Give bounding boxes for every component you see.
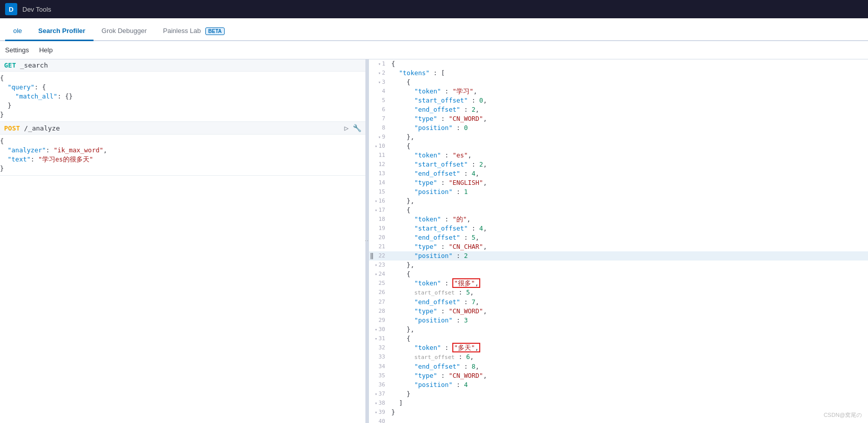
result-line: 35 "type" : "CN_WORD",: [369, 371, 868, 380]
result-line: 20 "end_offset" : 5,: [369, 233, 868, 242]
secondary-nav: Settings Help: [0, 41, 868, 59]
result-line: 4 "token" : "学习",: [369, 87, 868, 96]
url-path-2: /_analyze: [24, 124, 59, 132]
tab-painless-lab[interactable]: Painless Lab BETA: [155, 22, 233, 41]
result-line: 40: [369, 417, 868, 423]
result-line: 14 "type" : "ENGLISH",: [369, 178, 868, 187]
result-line: ▾3 {: [369, 78, 868, 87]
code-line: "query": {: [0, 83, 365, 92]
result-line: 12 "start_offset" : 2,: [369, 160, 868, 169]
tab-grok-debugger[interactable]: Grok Debugger: [94, 22, 155, 41]
left-panel: GET _search { "query": { "match_all": {}…: [0, 59, 366, 423]
result-line: ▾2 "tokens" : [: [369, 69, 868, 78]
result-line-red-box-1: 25 "token" : "很多",: [369, 279, 868, 288]
code-line: }: [0, 110, 365, 119]
result-line: ▾23 },: [369, 261, 868, 270]
result-area[interactable]: ▾1 { ▾2 "tokens" : [ ▾3 { 4 "token" : "学…: [369, 59, 868, 423]
result-line: ▾17 {: [369, 206, 868, 215]
main-content: GET _search { "query": { "match_all": {}…: [0, 59, 868, 423]
result-line: ▾31 {: [369, 334, 868, 343]
result-line: 11 "token" : "es",: [369, 151, 868, 160]
result-line: 15 "position" : 1: [369, 187, 868, 197]
code-line: {: [0, 137, 365, 146]
result-line: ▾37 }: [369, 389, 868, 399]
top-bar: D Dev Tools: [0, 0, 868, 18]
app-icon: D: [5, 3, 17, 15]
result-line: ▾10 {: [369, 142, 868, 151]
result-line: 34 "end_offset" : 8,: [369, 362, 868, 371]
result-line: ▾38 ]: [369, 399, 868, 408]
result-line: 19 "start_offset" : 4,: [369, 224, 868, 233]
editor-header-1: GET _search: [0, 59, 365, 72]
result-line: 7 "type" : "CN_WORD",: [369, 114, 868, 123]
url-path-1: _search: [20, 61, 48, 69]
result-line: ▾16 },: [369, 197, 868, 206]
right-panel: ▾1 { ▾2 "tokens" : [ ▾3 { 4 "token" : "学…: [369, 59, 868, 423]
method-url-1: GET _search: [4, 61, 48, 69]
result-line: 8 "position" : 0: [369, 123, 868, 133]
result-line: 28 "type" : "CN_WORD",: [369, 307, 868, 316]
editor-header-2: POST /_analyze ▷ 🔧: [0, 122, 365, 135]
result-line: ▾1 {: [369, 59, 868, 69]
beta-badge: BETA: [205, 27, 225, 35]
tab-search-profiler[interactable]: Search Profiler: [30, 22, 94, 41]
result-line-highlighted: ‖22 "position" : 2: [369, 251, 868, 261]
code-line: {: [0, 74, 365, 83]
help-link[interactable]: Help: [39, 46, 53, 54]
result-line: 27 "end_offset" : 7,: [369, 298, 868, 307]
code-line: "text": "学习es的很多天": [0, 155, 365, 164]
editor-section-2: POST /_analyze ▷ 🔧 { "analyzer": "ik_max…: [0, 122, 365, 176]
result-line: 33 start_offset : 6,: [369, 352, 868, 362]
tab-bar: ole Search Profiler Grok Debugger Painle…: [0, 18, 868, 41]
method-url-2: POST /_analyze: [4, 124, 60, 132]
result-line: ▾39 }: [369, 408, 868, 417]
result-line: 13 "end_offset" : 4,: [369, 169, 868, 178]
watermark: CSDN@窝尾の: [824, 411, 862, 419]
result-line: ▾24 {: [369, 270, 868, 279]
run-icon[interactable]: ▷: [345, 124, 349, 132]
result-line: 29 "position" : 3: [369, 316, 868, 325]
result-line: ▾30 },: [369, 325, 868, 334]
settings-link[interactable]: Settings: [5, 46, 29, 54]
result-line: 6 "end_offset" : 2,: [369, 105, 868, 114]
action-icons: ▷ 🔧: [345, 124, 361, 132]
tab-console[interactable]: ole: [5, 22, 30, 41]
code-area-2[interactable]: { "analyzer": "ik_max_word", "text": "学习…: [0, 135, 365, 175]
method-get: GET: [4, 61, 16, 69]
result-line: 21 "type" : "CN_CHAR",: [369, 242, 868, 251]
code-line: }: [0, 101, 365, 110]
result-line: 26 start_offset : 5,: [369, 288, 868, 298]
result-line: 5 "start_offset" : 0,: [369, 96, 868, 105]
code-line: "match_all": {}: [0, 92, 365, 101]
result-line: ▾9 },: [369, 133, 868, 142]
code-area-1[interactable]: { "query": { "match_all": {} } }: [0, 72, 365, 121]
wrench-icon[interactable]: 🔧: [353, 124, 361, 132]
code-line: "analyzer": "ik_max_word",: [0, 146, 365, 155]
app-title: Dev Tools: [22, 6, 51, 13]
result-line: 36 "position" : 4: [369, 380, 868, 389]
method-post: POST: [4, 124, 20, 132]
result-line-red-box-2: 32 "token" : "多天",: [369, 343, 868, 352]
code-line: }: [0, 164, 365, 173]
editor-section-1: GET _search { "query": { "match_all": {}…: [0, 59, 365, 122]
result-line: 18 "token" : "的",: [369, 215, 868, 224]
